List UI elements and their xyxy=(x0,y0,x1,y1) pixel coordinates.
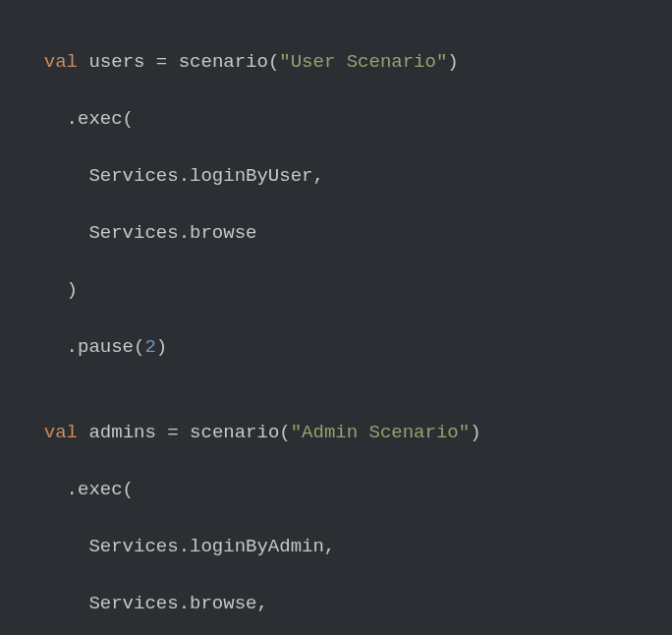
code-line: Services.loginByAdmin, xyxy=(22,533,672,561)
code-line: val users = scenario("User Scenario") xyxy=(22,48,672,77)
keyword-val: val xyxy=(44,51,78,73)
string-literal: "User Scenario" xyxy=(279,51,447,73)
number-literal: 2 xyxy=(144,336,155,358)
code-line: Services.browse, xyxy=(22,590,672,618)
code-line: ) xyxy=(22,276,672,305)
keyword-val: val xyxy=(44,422,78,443)
code-line: .exec( xyxy=(22,476,672,504)
string-literal: "Admin Scenario" xyxy=(291,422,470,443)
code-line: .exec( xyxy=(22,105,672,134)
code-line: val admins = scenario("Admin Scenario") xyxy=(22,419,672,447)
code-line: .pause(2) xyxy=(22,333,672,362)
code-line: Services.loginByUser, xyxy=(22,162,672,191)
code-line: Services.browse xyxy=(22,219,672,248)
code-editor[interactable]: val users = scenario("User Scenario") .e… xyxy=(0,20,672,635)
